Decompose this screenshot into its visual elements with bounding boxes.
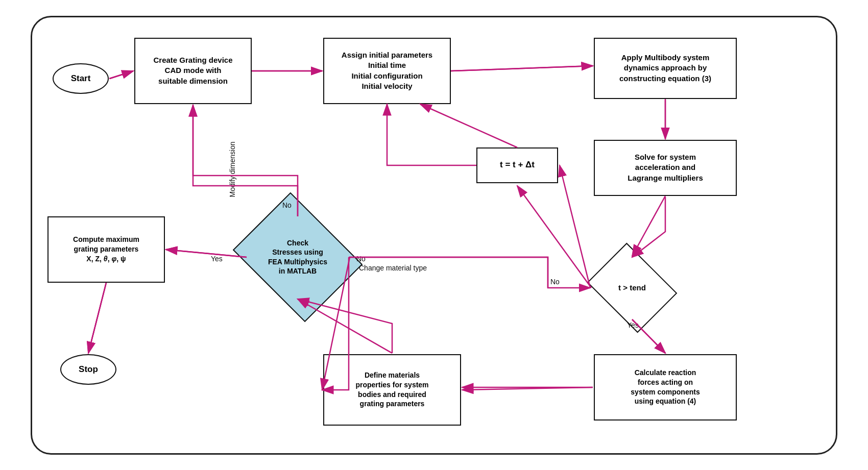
- box9-calc-reaction: Calculate reactionforces acting onsystem…: [594, 354, 737, 420]
- diamond-check-stresses: CheckStresses usingFEA Multiphysicsin MA…: [247, 216, 349, 298]
- svg-line-3: [451, 66, 593, 71]
- box2-assign-params: Assign initial parametersInitial timeIni…: [323, 38, 451, 104]
- label-change-material: Change material type: [359, 264, 427, 272]
- label-modify-dimension: Modify dimension: [228, 141, 236, 197]
- stop-node: Stop: [60, 354, 116, 385]
- box1-create-grating: Create Grating deviceCAD mode withsuitab…: [134, 38, 252, 104]
- box5-time-step: t = t + Δt: [476, 147, 558, 183]
- svg-line-8: [420, 104, 517, 147]
- label-yes-compute: Yes: [211, 255, 223, 263]
- flowchart-container: Start Create Grating deviceCAD mode with…: [31, 16, 837, 455]
- svg-line-7: [560, 165, 590, 288]
- svg-line-1: [109, 71, 133, 79]
- label-no-tend: No: [550, 278, 560, 286]
- box3-multibody: Apply Multibody systemdynamics approach …: [594, 38, 737, 99]
- label-no-change: No: [356, 255, 366, 263]
- box7-compute-max: Compute maximumgrating parametersX, Z, θ…: [47, 216, 165, 283]
- box4-solve-acceleration: Solve for systemacceleration andLagrange…: [594, 140, 737, 196]
- svg-line-5: [632, 196, 665, 256]
- diamond-tend: t > tend: [591, 257, 673, 318]
- start-node: Start: [53, 63, 109, 94]
- box8-define-materials: Define materialsproperties for systembod…: [323, 354, 461, 426]
- label-no-modify: No: [282, 201, 292, 209]
- svg-line-11: [88, 283, 106, 353]
- label-yes-tend: Yes: [627, 321, 639, 329]
